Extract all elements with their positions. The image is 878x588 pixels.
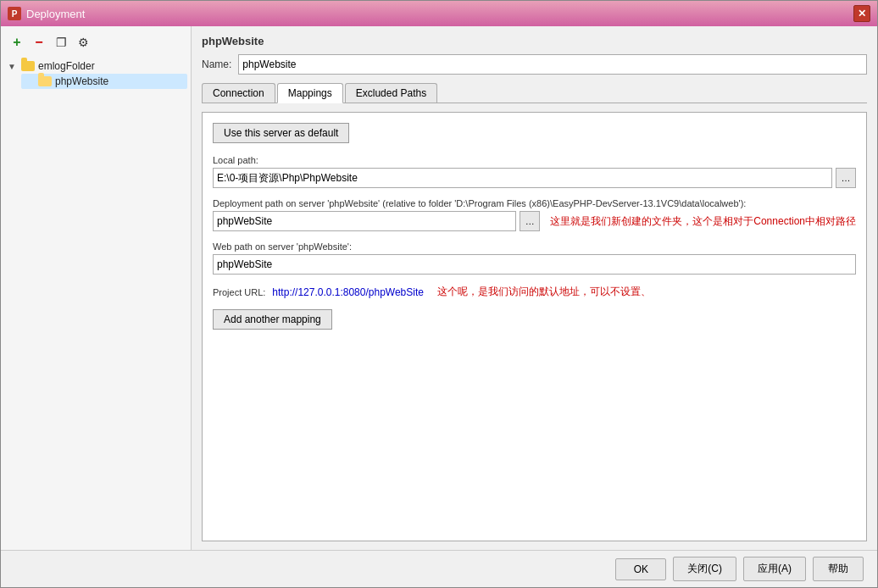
project-url-annotation: 这个呢，是我们访问的默认地址，可以不设置、 bbox=[437, 285, 651, 299]
dialog-title: Deployment bbox=[26, 8, 85, 20]
tab-connection[interactable]: Connection bbox=[202, 83, 275, 103]
apply-button[interactable]: 应用(A) bbox=[743, 557, 806, 581]
local-path-row: … bbox=[213, 168, 856, 188]
help-button[interactable]: 帮助 bbox=[813, 557, 864, 581]
name-input[interactable] bbox=[238, 54, 867, 75]
app-icon: P bbox=[8, 7, 21, 20]
settings-button[interactable]: ⚙ bbox=[74, 33, 92, 52]
project-url-row: Project URL: http://127.0.0.1:8080/phpWe… bbox=[213, 285, 856, 299]
deployment-annotation: 这里就是我们新创建的文件夹，这个是相对于Connection中相对路径 bbox=[550, 214, 856, 229]
sidebar-toolbar: + − ❐ ⚙ bbox=[4, 33, 187, 52]
right-panel: phpWebsite Name: Connection Mappings Exc… bbox=[192, 26, 877, 550]
web-path-label: Web path on server 'phpWebsite': bbox=[213, 241, 856, 252]
web-path-row bbox=[213, 254, 856, 275]
tab-mappings[interactable]: Mappings bbox=[277, 83, 343, 103]
project-url-link[interactable]: http://127.0.0.1:8080/phpWebSite bbox=[272, 286, 424, 298]
local-path-group: Local path: … bbox=[213, 155, 856, 188]
tree-children: phpWebsite bbox=[4, 74, 187, 89]
tree-label-emlogfolder: emlogFolder bbox=[38, 60, 95, 72]
project-url-label: Project URL: bbox=[213, 287, 265, 297]
server-title: phpWebsite bbox=[202, 35, 867, 47]
deployment-path-input[interactable] bbox=[213, 211, 516, 231]
local-path-input[interactable] bbox=[213, 168, 832, 188]
add-server-button[interactable]: + bbox=[8, 33, 26, 52]
web-path-input[interactable] bbox=[213, 254, 856, 275]
title-bar-left: P Deployment bbox=[8, 7, 85, 20]
tree-item-phpwebsite[interactable]: phpWebsite bbox=[21, 74, 187, 89]
deployment-path-group: Deployment path on server 'phpWebsite' (… bbox=[213, 198, 856, 231]
tab-content: Use this server as default Local path: …… bbox=[202, 112, 867, 541]
close-button[interactable]: ✕ bbox=[853, 5, 870, 22]
tree-item-emlogfolder[interactable]: ▼ emlogFolder bbox=[4, 58, 187, 74]
local-path-browse-button[interactable]: … bbox=[836, 168, 856, 188]
deployment-path-browse-button[interactable]: … bbox=[520, 211, 540, 231]
title-bar: P Deployment ✕ bbox=[1, 1, 877, 26]
deployment-path-label: Deployment path on server 'phpWebsite' (… bbox=[213, 198, 856, 208]
folder-closed-icon bbox=[38, 76, 52, 86]
close-button-bottom[interactable]: 关闭(C) bbox=[673, 557, 736, 581]
sidebar: + − ❐ ⚙ ▼ emlogFolder phpWebsite bbox=[1, 26, 192, 550]
tree-arrow: ▼ bbox=[8, 62, 18, 71]
main-content: + − ❐ ⚙ ▼ emlogFolder phpWebsite phpWebs… bbox=[1, 26, 877, 550]
web-path-group: Web path on server 'phpWebsite': bbox=[213, 241, 856, 275]
local-path-label: Local path: bbox=[213, 155, 856, 165]
bottom-bar: OK 关闭(C) 应用(A) 帮助 bbox=[1, 550, 877, 587]
name-row: Name: bbox=[202, 54, 867, 75]
ok-button[interactable]: OK bbox=[615, 558, 666, 580]
tree-label-phpwebsite: phpWebsite bbox=[55, 75, 108, 87]
tab-excluded-paths[interactable]: Excluded Paths bbox=[345, 83, 437, 103]
use-default-button[interactable]: Use this server as default bbox=[213, 123, 349, 143]
remove-server-button[interactable]: − bbox=[30, 33, 48, 52]
tabs: Connection Mappings Excluded Paths bbox=[202, 83, 867, 103]
deployment-dialog: P Deployment ✕ + − ❐ ⚙ ▼ emlogFolder bbox=[0, 0, 878, 588]
copy-server-button[interactable]: ❐ bbox=[52, 33, 70, 52]
deployment-path-row: … 这里就是我们新创建的文件夹，这个是相对于Connection中相对路径 bbox=[213, 211, 856, 231]
name-label: Name: bbox=[202, 58, 231, 70]
add-mapping-button[interactable]: Add another mapping bbox=[213, 309, 332, 330]
folder-open-icon bbox=[21, 61, 35, 71]
